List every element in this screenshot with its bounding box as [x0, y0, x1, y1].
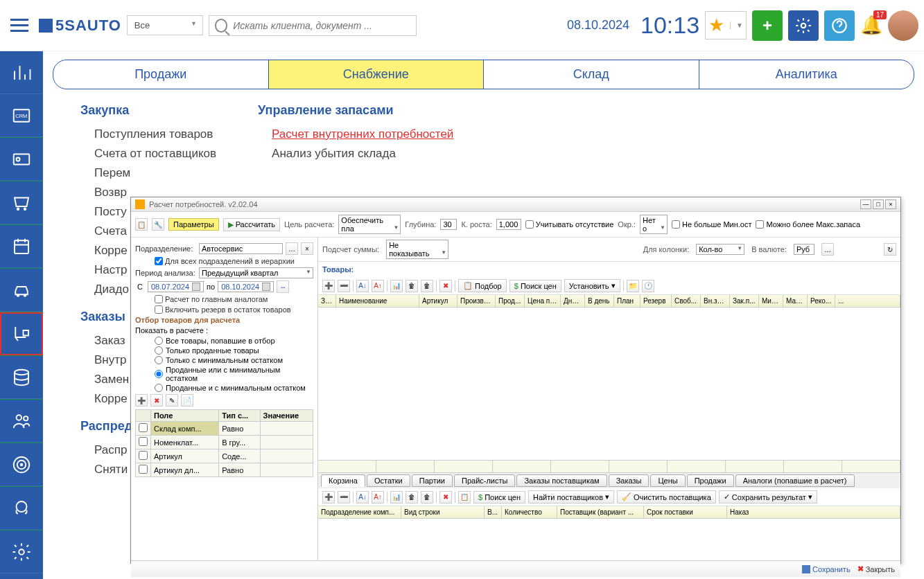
- date-to[interactable]: 08.10.2024: [218, 281, 274, 292]
- save-button[interactable]: Сохранить: [802, 565, 851, 573]
- lower-btn[interactable]: ➖: [338, 491, 350, 504]
- col-free[interactable]: Своб...: [672, 295, 701, 307]
- grid-btn[interactable]: 📁: [627, 280, 639, 292]
- lower-btn[interactable]: 🗑: [421, 491, 433, 504]
- tab-supply[interactable]: Снабжение: [269, 60, 485, 89]
- global-filter-select[interactable]: Все: [127, 15, 203, 35]
- col-subdivision[interactable]: Подразделение комп...: [318, 506, 401, 518]
- radio-all[interactable]: Все товары, попавшие в отбор: [155, 337, 313, 345]
- tab-batches[interactable]: Партии: [412, 474, 453, 487]
- col-order[interactable]: Наказ: [727, 506, 900, 518]
- col-name[interactable]: Наименование: [336, 295, 419, 307]
- filter-cell[interactable]: Номенклат...: [151, 436, 219, 449]
- not-more-min-check[interactable]: Не больше Мин.ост: [672, 220, 752, 229]
- grid-btn[interactable]: 🗑: [421, 280, 433, 292]
- col-days[interactable]: Дне...: [561, 295, 585, 307]
- lower-btn[interactable]: A↑: [372, 491, 384, 504]
- sidebar-item-support[interactable]: [0, 487, 43, 530]
- notifications-button[interactable]: 🔔17: [860, 15, 882, 36]
- grid-btn[interactable]: ✖: [439, 280, 452, 292]
- sum-select[interactable]: Не показывать: [386, 240, 448, 259]
- edit-filter-button[interactable]: ✎: [166, 394, 178, 407]
- col-intorder[interactable]: Вн.за...: [701, 295, 730, 307]
- sidebar-item-supply[interactable]: [0, 312, 43, 355]
- filter-cell[interactable]: Склад комп...: [151, 422, 219, 436]
- sidebar-item-calendar[interactable]: [0, 225, 43, 268]
- sidebar-item-clients[interactable]: [0, 138, 43, 181]
- can-more-max-check[interactable]: Можно более Макс.запаса: [756, 220, 860, 229]
- col-min[interactable]: Мин...: [759, 295, 783, 307]
- grid-btn[interactable]: ➖: [338, 280, 350, 292]
- minimize-button[interactable]: —: [860, 199, 871, 209]
- help-button[interactable]: [824, 10, 855, 41]
- close-button[interactable]: ×: [885, 199, 896, 209]
- lower-btn[interactable]: ➕: [322, 491, 335, 504]
- lower-btn[interactable]: ✖: [439, 491, 452, 504]
- filter-cell[interactable]: Артикул: [151, 449, 219, 463]
- goal-select[interactable]: Обеспечить пла: [338, 215, 401, 234]
- tab-analytics[interactable]: Аналитика: [699, 60, 914, 89]
- subdivision-clear-button[interactable]: ×: [301, 242, 313, 255]
- col-price[interactable]: Цена пр...: [525, 295, 561, 307]
- col-sold[interactable]: Прод...: [496, 295, 525, 307]
- include-reserve-check[interactable]: Включить резерв в остаток товаров: [155, 305, 291, 314]
- col-supplier[interactable]: Поставщик (вариант ...: [557, 506, 644, 518]
- tab-pricelists[interactable]: Прайс-листы: [454, 474, 515, 487]
- lower-btn[interactable]: 📊: [390, 491, 403, 504]
- radio-min[interactable]: Только с минимальным остатком: [155, 356, 313, 364]
- col-reserve[interactable]: Резерв: [640, 295, 672, 307]
- sidebar-item-users[interactable]: [0, 400, 43, 443]
- tab-sales[interactable]: Продажи: [53, 60, 269, 89]
- tab-analogs[interactable]: Аналоги (попавшие в расчет): [735, 474, 855, 487]
- column-select[interactable]: Кол-во: [696, 244, 744, 255]
- tool-icon-1[interactable]: 📋: [135, 218, 148, 231]
- tab-basket[interactable]: Корзина: [321, 474, 365, 487]
- col-article[interactable]: Артикул: [419, 295, 457, 307]
- grid-btn[interactable]: 📊: [390, 280, 403, 292]
- col-rec[interactable]: Реко...: [808, 295, 835, 307]
- radio-sold-and-min[interactable]: Проданные и с минимальным остатком: [155, 384, 313, 392]
- subdivision-browse-button[interactable]: …: [286, 242, 298, 255]
- growth-input[interactable]: 1,000: [496, 219, 521, 230]
- basket-grid-body[interactable]: [318, 519, 900, 560]
- tab-orders[interactable]: Заказы: [609, 474, 650, 487]
- menu-item[interactable]: Счета от поставщиков: [80, 144, 216, 163]
- settings-button[interactable]: [788, 10, 819, 41]
- copy-filter-button[interactable]: 📄: [181, 394, 193, 407]
- menu-button[interactable]: [6, 12, 33, 39]
- tool-icon-2[interactable]: 🔧: [152, 218, 164, 231]
- radio-sold-or-min[interactable]: Проданные или с минимальным остатком: [155, 366, 313, 382]
- tab-warehouse[interactable]: Склад: [484, 60, 699, 89]
- col-manuf[interactable]: Произво...: [457, 295, 496, 307]
- col-perday[interactable]: В день: [585, 295, 614, 307]
- sidebar-item-database[interactable]: [0, 356, 43, 399]
- sidebar-item-cart[interactable]: [0, 181, 43, 224]
- add-filter-button[interactable]: ➕: [135, 394, 148, 407]
- sidebar-item-car[interactable]: [0, 269, 43, 312]
- period-select[interactable]: Предыдущий квартал: [199, 267, 313, 278]
- grid-btn[interactable]: ➕: [322, 280, 335, 292]
- col-max[interactable]: Мак...: [783, 295, 808, 307]
- refresh-button[interactable]: ↻: [884, 243, 896, 256]
- date-from[interactable]: 08.07.2024: [148, 281, 204, 292]
- menu-item[interactable]: Перем: [80, 163, 216, 183]
- currency-input[interactable]: Руб: [794, 244, 814, 255]
- tab-prices[interactable]: Цены: [650, 474, 685, 487]
- close-button-footer[interactable]: ✖Закрыть: [857, 564, 895, 573]
- col-delivery[interactable]: Срок поставки: [644, 506, 727, 518]
- save-result-button[interactable]: ✓Сохранить результат ▾: [719, 490, 817, 504]
- calculate-button[interactable]: ▶Рассчитать: [223, 218, 280, 231]
- sidebar-item-crm[interactable]: CRM: [0, 94, 43, 137]
- filter-cell[interactable]: Артикул дл...: [151, 463, 219, 477]
- all-subdivisions-check[interactable]: Для всех подразделений в иерархии: [155, 257, 295, 265]
- col-plan[interactable]: План: [614, 295, 640, 307]
- search-box[interactable]: [209, 15, 417, 36]
- currency-browse-button[interactable]: …: [821, 243, 834, 256]
- find-suppliers-button[interactable]: Найти поставщиков ▾: [528, 490, 614, 504]
- sidebar-item-target[interactable]: [0, 443, 43, 486]
- depth-input[interactable]: 30: [440, 219, 457, 230]
- tab-sales[interactable]: Продажи: [687, 474, 734, 487]
- user-avatar[interactable]: [888, 10, 918, 41]
- set-button[interactable]: Установить ▾: [564, 279, 620, 292]
- grid-btn[interactable]: A↑: [372, 280, 384, 292]
